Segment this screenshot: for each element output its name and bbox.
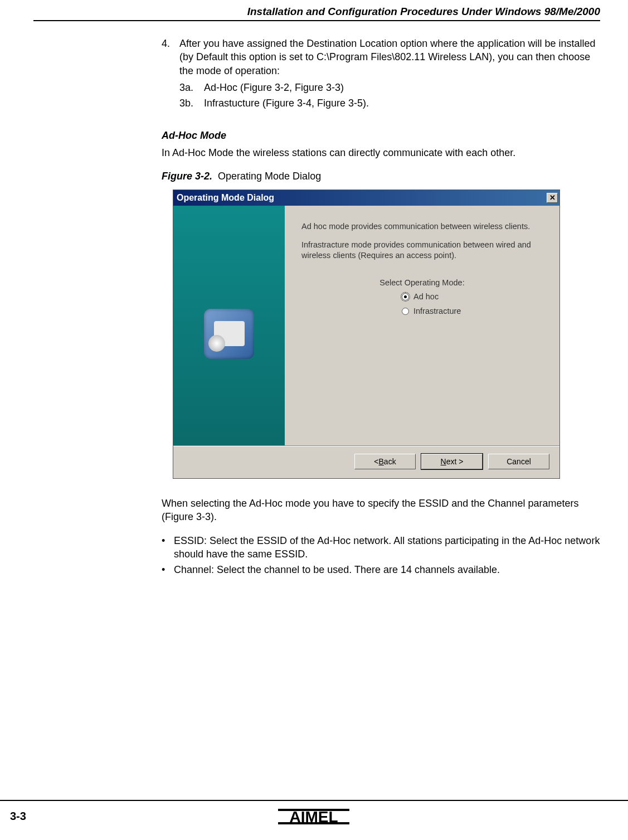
step-4-sub-b: 3b. Infrastucture (Figure 3-4, Figure 3-… bbox=[179, 96, 600, 110]
svg-text:AIMEL: AIMEL bbox=[289, 808, 338, 826]
bullet-text: ESSID: Select the ESSID of the Ad-Hoc ne… bbox=[174, 534, 600, 561]
sub-text: Ad-Hoc (Figure 3-2, Figure 3-3) bbox=[204, 81, 344, 94]
select-mode-label: Select Operating Mode: bbox=[301, 278, 543, 289]
step-4-sub-a: 3a. Ad-Hoc (Figure 3-2, Figure 3-3) bbox=[179, 81, 600, 94]
dialog-sidebar bbox=[173, 206, 285, 445]
sub-text: Infrastucture (Figure 3-4, Figure 3-5). bbox=[204, 96, 369, 110]
radio-icon bbox=[402, 308, 409, 315]
next-button[interactable]: Next > bbox=[421, 454, 483, 469]
atmel-logo: AIMEL bbox=[278, 805, 350, 828]
figure-title: Operating Mode Dialog bbox=[218, 171, 321, 182]
radio-adhoc[interactable]: Ad hoc bbox=[402, 292, 543, 303]
sub-number: 3a. bbox=[179, 81, 204, 94]
sub-number: 3b. bbox=[179, 96, 204, 110]
page-header: Installation and Configuration Procedure… bbox=[33, 6, 600, 21]
bullet-marker: • bbox=[162, 534, 174, 561]
radio-icon bbox=[402, 293, 409, 300]
dialog-titlebar: Operating Mode Dialog ✕ bbox=[173, 190, 559, 206]
adhoc-mode-heading: Ad-Hoc Mode bbox=[162, 129, 600, 142]
close-icon: ✕ bbox=[549, 193, 556, 203]
radio-label: Infrastracture bbox=[413, 306, 461, 317]
post-dialog-paragraph: When selecting the Ad-Hoc mode you have … bbox=[162, 497, 600, 524]
figure-number: Figure 3-2. bbox=[162, 171, 212, 182]
back-button[interactable]: < Back bbox=[354, 454, 416, 469]
cancel-button[interactable]: Cancel bbox=[488, 454, 549, 469]
page-footer: 3-3 AIMEL bbox=[0, 800, 628, 829]
adhoc-mode-description: In Ad-Hoc Mode the wireless stations can… bbox=[162, 146, 600, 159]
step-4: 4. After you have assigned the Destinati… bbox=[162, 37, 600, 77]
adhoc-description-text: Ad hoc mode provides communication betwe… bbox=[301, 221, 543, 232]
radio-label: Ad hoc bbox=[413, 292, 439, 303]
bullet-channel: • Channel: Select the channel to be used… bbox=[162, 563, 600, 576]
radio-infrastructure[interactable]: Infrastracture bbox=[402, 306, 543, 317]
operating-mode-dialog: Operating Mode Dialog ✕ Ad hoc mode prov… bbox=[173, 190, 560, 479]
installer-icon bbox=[204, 309, 254, 359]
dialog-title: Operating Mode Dialog bbox=[177, 192, 274, 204]
step-text: After you have assigned the Destination … bbox=[179, 37, 600, 77]
figure-caption: Figure 3-2. Operating Mode Dialog bbox=[162, 169, 600, 183]
bullet-essid: • ESSID: Select the ESSID of the Ad-Hoc … bbox=[162, 534, 600, 561]
step-number: 4. bbox=[162, 37, 179, 77]
bullet-marker: • bbox=[162, 563, 174, 576]
infra-description-text: Infrastracture mode provides communicati… bbox=[301, 240, 543, 261]
bullet-text: Channel: Select the channel to be used. … bbox=[174, 563, 500, 576]
page-number: 3-3 bbox=[10, 810, 26, 823]
close-button[interactable]: ✕ bbox=[547, 193, 558, 203]
